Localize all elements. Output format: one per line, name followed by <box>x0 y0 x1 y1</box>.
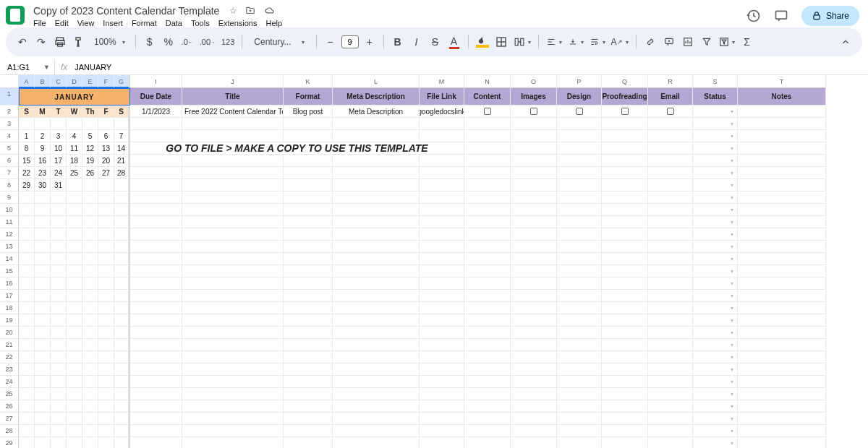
cell[interactable] <box>602 265 648 277</box>
cell[interactable] <box>333 265 420 277</box>
dropdown-arrow-icon[interactable]: ▾ <box>731 293 735 299</box>
cell[interactable] <box>602 339 648 351</box>
checkbox-cell[interactable] <box>648 105 693 118</box>
cal-date[interactable] <box>67 376 82 388</box>
cal-date[interactable]: 4 <box>67 130 82 142</box>
checkbox-cell[interactable] <box>511 105 557 118</box>
cell[interactable] <box>648 253 693 265</box>
cal-date[interactable] <box>114 179 130 191</box>
filter-views-icon[interactable] <box>718 33 736 51</box>
cal-date[interactable] <box>82 118 98 130</box>
cell[interactable] <box>602 290 648 302</box>
cell[interactable] <box>420 191 464 204</box>
header-title[interactable]: Title <box>182 88 284 105</box>
cal-date[interactable] <box>114 290 130 302</box>
row-header-18[interactable]: 18 <box>0 302 19 314</box>
cal-date[interactable] <box>67 425 82 437</box>
cell[interactable] <box>420 290 464 302</box>
cell[interactable] <box>602 179 648 191</box>
cell[interactable] <box>557 179 602 191</box>
cal-date[interactable] <box>82 204 98 216</box>
checkbox-cell[interactable] <box>557 105 602 118</box>
cal-date[interactable] <box>98 179 114 191</box>
cell[interactable] <box>648 179 693 191</box>
cal-date[interactable] <box>51 241 67 253</box>
cell[interactable] <box>130 437 182 448</box>
cell[interactable] <box>464 179 511 191</box>
notes-cell[interactable] <box>738 253 826 265</box>
dropdown-arrow-icon[interactable]: ▾ <box>731 305 735 311</box>
cell[interactable] <box>130 167 182 179</box>
cell[interactable] <box>648 290 693 302</box>
status-cell[interactable]: ▾ <box>693 167 738 179</box>
cal-date[interactable] <box>35 437 51 448</box>
status-cell[interactable]: ▾ <box>693 204 738 216</box>
cal-date[interactable] <box>51 425 67 437</box>
cal-date[interactable] <box>19 191 35 204</box>
decrease-font-icon[interactable]: − <box>323 33 339 51</box>
cell[interactable] <box>130 302 182 314</box>
cal-date[interactable] <box>82 277 98 290</box>
cal-date[interactable] <box>67 314 82 327</box>
dropdown-arrow-icon[interactable]: ▾ <box>731 194 735 201</box>
cell[interactable] <box>464 327 511 339</box>
undo-icon[interactable]: ↶ <box>14 33 30 51</box>
cell[interactable] <box>182 216 284 228</box>
notes-cell[interactable] <box>738 241 826 253</box>
row-header-27[interactable]: 27 <box>0 413 19 425</box>
cal-date[interactable]: 6 <box>98 130 114 142</box>
cell[interactable] <box>130 388 182 400</box>
row-header-29[interactable]: 29 <box>0 437 19 448</box>
cal-date[interactable] <box>67 253 82 265</box>
cell[interactable] <box>420 314 464 327</box>
notes-cell[interactable] <box>738 376 826 388</box>
cell[interactable] <box>648 425 693 437</box>
cell[interactable] <box>284 413 333 425</box>
cal-date[interactable] <box>82 413 98 425</box>
dropdown-arrow-icon[interactable]: ▾ <box>731 317 735 324</box>
cell[interactable] <box>420 388 464 400</box>
checkbox[interactable] <box>621 108 629 115</box>
cell[interactable] <box>182 314 284 327</box>
borders-icon[interactable] <box>493 33 509 51</box>
cal-date[interactable] <box>114 339 130 351</box>
col-header-A[interactable]: A <box>19 75 35 88</box>
row-header-9[interactable]: 9 <box>0 191 19 204</box>
row-header-12[interactable]: 12 <box>0 228 19 241</box>
cell[interactable] <box>511 302 557 314</box>
row-header-13[interactable]: 13 <box>0 241 19 253</box>
cell[interactable] <box>464 155 511 167</box>
menu-edit[interactable]: Edit <box>55 19 69 27</box>
sheets-logo[interactable] <box>6 6 25 25</box>
dropdown-arrow-icon[interactable]: ▾ <box>731 219 735 225</box>
col-header-F[interactable]: F <box>98 75 114 88</box>
italic-icon[interactable]: I <box>409 33 425 51</box>
cal-date[interactable] <box>19 388 35 400</box>
cell[interactable] <box>648 155 693 167</box>
cell[interactable] <box>182 327 284 339</box>
dropdown-arrow-icon[interactable]: ▾ <box>731 145 735 152</box>
col-header-K[interactable]: K <box>284 75 333 88</box>
cal-date[interactable] <box>114 413 130 425</box>
text-wrap-icon[interactable] <box>588 33 607 51</box>
zoom-selector[interactable]: 100% <box>90 33 129 51</box>
dropdown-arrow-icon[interactable]: ▾ <box>731 379 735 385</box>
notes-cell[interactable] <box>738 351 826 363</box>
cal-date[interactable] <box>67 228 82 241</box>
menu-extensions[interactable]: Extensions <box>218 19 258 27</box>
cal-date[interactable] <box>35 253 51 265</box>
cell[interactable] <box>602 167 648 179</box>
cal-date[interactable] <box>67 216 82 228</box>
notes-cell[interactable] <box>738 265 826 277</box>
cal-date[interactable] <box>19 425 35 437</box>
cal-date[interactable] <box>82 376 98 388</box>
notes-cell[interactable] <box>738 363 826 376</box>
cell[interactable] <box>130 253 182 265</box>
status-cell[interactable]: ▾ <box>693 130 738 142</box>
cell[interactable] <box>182 351 284 363</box>
cell[interactable] <box>182 376 284 388</box>
row-header-20[interactable]: 20 <box>0 327 19 339</box>
notes-cell[interactable] <box>738 118 826 130</box>
row-header-28[interactable]: 28 <box>0 425 19 437</box>
status-cell[interactable]: ▾ <box>693 155 738 167</box>
